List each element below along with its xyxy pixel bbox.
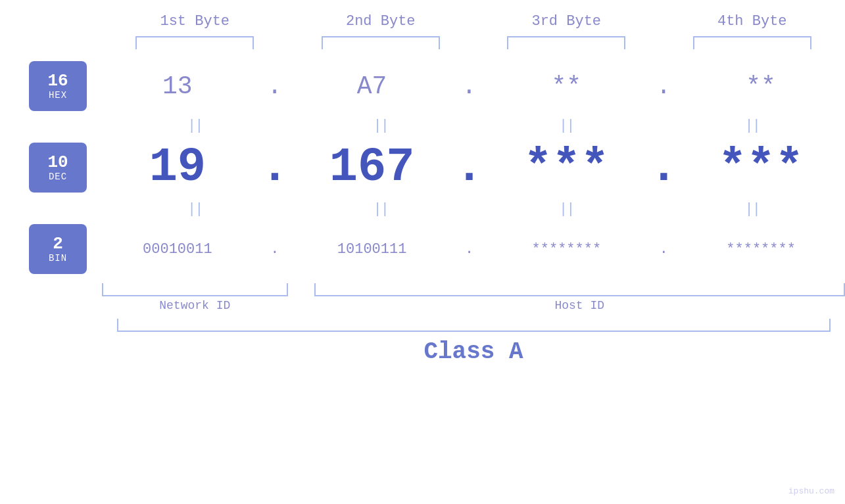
bracket-shape-3 — [507, 36, 625, 49]
byte2-header: 2nd Byte — [288, 13, 474, 30]
host-id-bracket — [314, 283, 846, 296]
hex-dot-3: . — [650, 72, 677, 101]
main-container: 1st Byte 2nd Byte 3rd Byte 4th Byte 16 H… — [0, 0, 845, 504]
dec-label-box: 10 DEC — [29, 143, 87, 193]
top-bracket-4 — [660, 36, 846, 49]
network-id-bracket — [102, 283, 288, 296]
watermark: ipshu.com — [788, 486, 834, 496]
dec-byte4: *** — [677, 141, 845, 195]
class-bracket — [117, 319, 831, 332]
eq-4: || — [660, 118, 846, 134]
eq-2: || — [288, 118, 474, 134]
bottom-brackets-row — [0, 283, 845, 296]
dec-dot-2: . — [456, 141, 483, 195]
top-bracket-2 — [288, 36, 474, 49]
dec-base-name: DEC — [49, 172, 67, 182]
eq-1: || — [102, 118, 288, 134]
bin-base-num: 2 — [53, 235, 63, 254]
bracket-shape-2 — [322, 36, 440, 49]
byte3-header: 3rd Byte — [473, 13, 660, 30]
bin-byte3: ******** — [483, 241, 651, 258]
equals-row-2: || || || || — [0, 201, 845, 218]
dec-byte3: *** — [483, 141, 651, 195]
bin-dot-2: . — [456, 241, 483, 258]
dec-base-num: 10 — [47, 153, 68, 172]
eq2-1: || — [102, 201, 288, 218]
hex-byte3: ** — [483, 72, 651, 101]
bin-val-3: ******** — [532, 241, 602, 258]
bin-val-2: 10100111 — [337, 241, 407, 258]
dec-byte1: 19 — [93, 141, 262, 195]
hex-val-1: 13 — [162, 72, 193, 101]
hex-val-3: ** — [552, 72, 582, 101]
dec-dot-3: . — [650, 141, 677, 195]
bin-byte1: 00010011 — [93, 241, 262, 258]
hex-dot-2: . — [456, 72, 483, 101]
dec-val-4: *** — [718, 141, 804, 195]
dec-val-2: 167 — [329, 141, 415, 195]
hex-values: 13 . A7 . ** . ** — [87, 72, 845, 101]
eq-3: || — [473, 118, 660, 134]
host-id-label: Host ID — [314, 299, 846, 312]
hex-dot-1: . — [262, 72, 288, 101]
hex-label-box: 16 HEX — [29, 61, 87, 111]
bin-byte4: ******** — [677, 241, 845, 258]
hex-base-name: HEX — [49, 90, 67, 101]
hex-val-4: ** — [746, 72, 776, 101]
class-row: Class A — [0, 338, 845, 365]
bracket-shape-4 — [693, 36, 811, 49]
top-brackets — [0, 36, 845, 49]
equals-row-1: || || || || — [0, 118, 845, 134]
eq2-2: || — [288, 201, 474, 218]
hex-byte4: ** — [677, 72, 845, 101]
bin-label-box: 2 BIN — [29, 224, 87, 274]
dec-values: 19 . 167 . *** . *** — [87, 141, 845, 195]
bin-val-4: ******** — [726, 241, 796, 258]
byte-headers: 1st Byte 2nd Byte 3rd Byte 4th Byte — [0, 13, 845, 30]
bin-val-1: 00010011 — [143, 241, 212, 258]
bin-base-name: BIN — [49, 253, 67, 263]
bin-values: 00010011 . 10100111 . ******** . *******… — [87, 241, 845, 258]
id-labels: Network ID Host ID — [0, 299, 845, 312]
top-bracket-3 — [473, 36, 660, 49]
dec-val-3: *** — [524, 141, 610, 195]
hex-base-num: 16 — [47, 72, 68, 91]
top-bracket-1 — [102, 36, 288, 49]
eq2-3: || — [473, 201, 660, 218]
bin-dot-3: . — [650, 241, 677, 258]
hex-val-2: A7 — [357, 72, 387, 101]
eq2-4: || — [660, 201, 846, 218]
bin-dot-1: . — [262, 241, 288, 258]
bin-row: 2 BIN 00010011 . 10100111 . ******** . — [0, 224, 845, 274]
network-id-label: Network ID — [102, 299, 288, 312]
dec-val-1: 19 — [149, 141, 206, 195]
hex-byte1: 13 — [93, 72, 262, 101]
class-a-label: Class A — [423, 338, 523, 365]
hex-byte2: A7 — [288, 72, 456, 101]
dec-byte2: 167 — [288, 141, 456, 195]
dec-row: 10 DEC 19 . 167 . *** . *** — [0, 141, 845, 195]
byte4-header: 4th Byte — [660, 13, 846, 30]
bin-byte2: 10100111 — [288, 241, 456, 258]
bracket-shape-1 — [135, 36, 254, 49]
hex-row: 16 HEX 13 . A7 . ** . ** — [0, 61, 845, 111]
byte1-header: 1st Byte — [102, 13, 288, 30]
dec-dot-1: . — [262, 141, 288, 195]
